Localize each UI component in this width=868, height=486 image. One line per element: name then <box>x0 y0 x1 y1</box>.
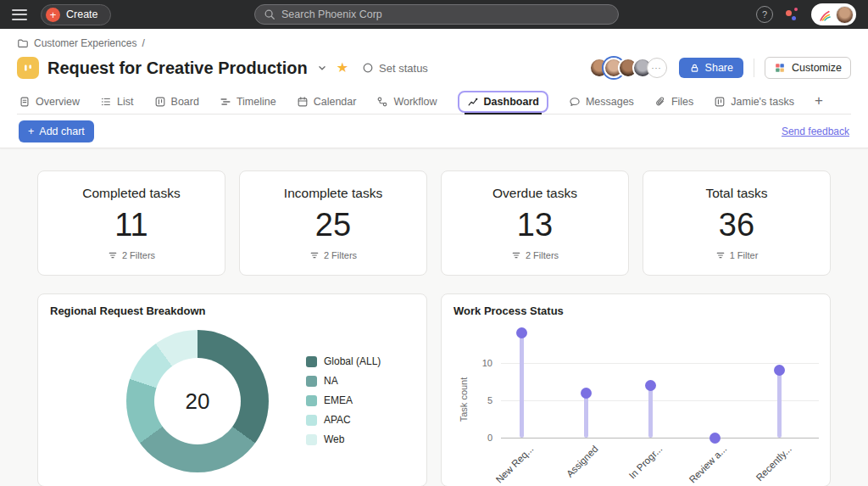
search-input[interactable] <box>281 8 609 20</box>
legend-swatch <box>306 376 317 387</box>
legend-label: NA <box>324 375 338 387</box>
sidebar-toggle-icon[interactable] <box>12 9 27 20</box>
lollipop-dot[interactable] <box>645 380 656 391</box>
breadcrumb-separator: / <box>142 37 144 49</box>
stat-value: 11 <box>114 207 147 243</box>
gridline <box>501 400 819 401</box>
lollipop-chart: Task count0510New Req...AssignedIn Progr… <box>442 294 830 486</box>
customize-button[interactable]: Customize <box>765 57 851 79</box>
legend-swatch <box>306 434 317 445</box>
lock-icon <box>689 63 700 74</box>
tab-board[interactable]: Board <box>154 89 199 114</box>
stat-value: 25 <box>315 207 351 243</box>
more-members-button[interactable]: ··· <box>647 58 667 78</box>
add-tab-button[interactable]: + <box>815 93 823 109</box>
stat-filters-label: 2 Filters <box>122 250 155 260</box>
dashboard-toolbar: + Add chart Send feedback <box>0 115 868 148</box>
tab-list[interactable]: List <box>100 89 133 114</box>
regional-request-breakdown-card[interactable]: Regional Request Breakdown 20 Global (AL… <box>37 293 427 486</box>
donut-hole: 20 <box>154 358 241 444</box>
stat-card-overdue-tasks[interactable]: Overdue tasks132 Filters <box>441 170 629 276</box>
phoenix-logo-icon <box>818 8 832 22</box>
gridline <box>501 363 819 364</box>
stat-filters[interactable]: 1 Filter <box>715 250 759 260</box>
legend-label: EMEA <box>324 394 353 406</box>
ai-sparkle-icon[interactable] <box>784 8 800 22</box>
tab-files[interactable]: Files <box>654 89 693 114</box>
lollipop-dot[interactable] <box>709 433 721 444</box>
legend-item[interactable]: Web <box>306 433 381 445</box>
filter-icon <box>108 250 118 260</box>
lollipop-dot[interactable] <box>581 388 592 399</box>
member-avatars[interactable]: ··· <box>589 58 667 78</box>
y-tick-label: 10 <box>470 358 492 368</box>
tab-label: Dashboard <box>484 96 539 108</box>
stat-card-completed-tasks[interactable]: Completed tasks112 Filters <box>37 170 225 276</box>
set-status-button[interactable]: Set status <box>362 62 428 75</box>
create-button[interactable]: + Create <box>41 4 111 25</box>
lollipop-dot[interactable] <box>774 365 785 376</box>
stat-title: Overdue tasks <box>492 186 577 201</box>
favorite-star-icon[interactable]: ★ <box>337 61 348 75</box>
search-icon <box>264 8 275 20</box>
tab-workflow[interactable]: Workflow <box>376 89 437 114</box>
timeline-icon <box>220 96 231 108</box>
help-button[interactable]: ? <box>756 6 773 23</box>
tab-calendar[interactable]: Calendar <box>297 89 357 114</box>
stat-value: 36 <box>719 207 754 243</box>
chart-legend: Global (ALL)NAEMEAAPACWeb <box>306 355 381 445</box>
tab-messages[interactable]: Messages <box>569 89 634 114</box>
stat-filters[interactable]: 2 Filters <box>309 250 357 260</box>
tab-label: Calendar <box>314 96 357 108</box>
project-icon[interactable] <box>17 57 39 79</box>
send-feedback-link[interactable]: Send feedback <box>782 126 849 137</box>
lollipop-stem <box>584 393 588 438</box>
legend-item[interactable]: NA <box>306 375 381 387</box>
chevron-down-icon[interactable] <box>316 62 328 74</box>
stat-filters[interactable]: 2 Filters <box>511 250 559 260</box>
tab-label: Workflow <box>393 96 437 108</box>
legend-label: APAC <box>324 414 351 426</box>
project-header: Customer Experiences / Request for Creat… <box>0 29 868 115</box>
legend-swatch <box>306 415 317 426</box>
legend-swatch <box>306 395 317 406</box>
legend-item[interactable]: Global (ALL) <box>306 355 381 367</box>
messages-icon <box>569 96 581 108</box>
share-button[interactable]: Share <box>679 58 743 78</box>
x-axis-line <box>501 438 819 439</box>
legend-swatch <box>306 356 317 367</box>
legend-item[interactable]: EMEA <box>306 394 381 406</box>
add-chart-button[interactable]: + Add chart <box>19 120 94 142</box>
stat-filters-label: 1 Filter <box>730 250 759 260</box>
breadcrumb-project-group[interactable]: Customer Experiences <box>34 37 136 49</box>
lollipop-dot[interactable] <box>516 327 527 338</box>
board-icon <box>154 96 166 108</box>
tab-timeline[interactable]: Timeline <box>220 89 276 114</box>
workflow-icon <box>376 96 388 108</box>
global-search[interactable] <box>254 4 619 25</box>
donut-chart[interactable]: 20 <box>126 330 269 472</box>
tab-overview[interactable]: Overview <box>19 89 80 114</box>
plus-icon: + <box>46 8 60 22</box>
tab-label: Jamie's tasks <box>731 96 794 108</box>
tab-label: Messages <box>586 96 634 108</box>
customize-button-label: Customize <box>792 62 842 74</box>
plus-icon: + <box>28 126 34 137</box>
dashboard-icon <box>467 96 479 108</box>
legend-item[interactable]: APAC <box>306 414 381 426</box>
tab-label: Board <box>171 96 199 108</box>
folder-icon <box>17 37 29 49</box>
project-tabs: OverviewListBoardTimelineCalendarWorkflo… <box>17 89 851 115</box>
tab-jamie-s-tasks[interactable]: Jamie's tasks <box>714 89 794 114</box>
account-menu[interactable] <box>811 3 856 25</box>
stat-card-incomplete-tasks[interactable]: Incomplete tasks252 Filters <box>239 170 427 276</box>
work-process-status-card[interactable]: Work Process Status Task count0510New Re… <box>441 293 831 486</box>
tab-dashboard[interactable]: Dashboard <box>458 91 548 113</box>
tab-label: Timeline <box>236 96 276 108</box>
y-tick-label: 5 <box>470 395 492 405</box>
filter-icon <box>715 250 726 260</box>
stat-card-total-tasks[interactable]: Total tasks361 Filter <box>643 170 831 276</box>
breadcrumb[interactable]: Customer Experiences / <box>17 37 851 49</box>
tab-label: Overview <box>36 96 80 108</box>
stat-filters[interactable]: 2 Filters <box>108 250 155 260</box>
